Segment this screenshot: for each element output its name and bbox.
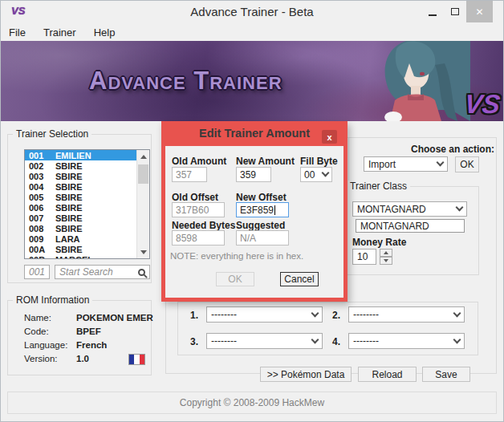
trainer-selection-label: Trainer Selection (13, 128, 91, 140)
close-icon: x (327, 132, 331, 142)
fill-byte-dropdown[interactable]: 00 (300, 167, 332, 182)
trainer-list-item[interactable]: 00BMARCEL (25, 254, 149, 259)
trainer-class-label: Trainer Class (347, 181, 410, 192)
close-button[interactable]: ✕ (466, 1, 493, 22)
trainer-name-input[interactable]: MONTAGNARD (356, 219, 465, 233)
trainer-index-field[interactable]: 001 (24, 265, 50, 279)
stepper-down-button[interactable] (380, 257, 392, 265)
pokemon-data-button[interactable]: >> Pokémon Data (260, 367, 352, 382)
dialog-title-bar: Edit Trainer Amount x (161, 121, 348, 146)
new-amount-label: New Amount (236, 156, 295, 167)
new-offset-input[interactable]: E3F859 (236, 202, 289, 217)
dialog-body: Old Amount New Amount Fill Byte 357 359 … (165, 146, 343, 298)
dialog-title: Edit Trainer Amount (161, 121, 348, 146)
trainer-class-dropdown[interactable]: MONTAGNARD (352, 201, 467, 217)
hex-note: NOTE: everything here is in hex. (170, 251, 303, 261)
save-button[interactable]: Save (422, 367, 470, 382)
action-ok-button[interactable]: OK (455, 156, 479, 172)
vs-logo: VS (463, 89, 502, 120)
rom-version-label: Version: (24, 354, 58, 363)
dialog-close-button[interactable]: x (322, 130, 337, 144)
money-rate-stepper (380, 249, 392, 265)
choose-action-label: Choose an action: (411, 144, 494, 155)
rom-name-value: POKEMON EMER (76, 313, 153, 323)
trainer-list-item[interactable]: 009LARA (25, 233, 149, 244)
menu-file[interactable]: File (9, 26, 26, 39)
needed-bytes-field: 8598 (172, 230, 225, 245)
trainer-list-item[interactable]: 006SBIRE (25, 202, 149, 213)
action-dropdown[interactable]: Import (364, 156, 448, 172)
app-window: VS Advance Trainer - Beta ✕ File Trainer… (0, 0, 504, 422)
suggested-field: N/A (236, 230, 289, 245)
scroll-up-button[interactable] (137, 150, 149, 163)
trainer-list[interactable]: 001EMILIEN 002SBIRE 003SBIRE 004SBIRE 00… (24, 149, 150, 259)
arrow-down-icon (384, 259, 388, 262)
trainer-selection-group: Trainer Selection 001EMILIEN 002SBIRE 00… (7, 134, 152, 283)
panel-divider (348, 137, 349, 186)
dialog-cancel-button[interactable]: Cancel (280, 272, 319, 286)
rom-code-label: Code: (24, 327, 49, 336)
banner: Advance Trainer VS (1, 41, 504, 121)
chevron-down-icon (437, 159, 445, 167)
slot-4-dropdown[interactable]: -------- (348, 333, 465, 349)
chevron-down-icon (311, 309, 319, 317)
scroll-down-icon (140, 250, 147, 254)
edit-trainer-amount-dialog: Edit Trainer Amount x Old Amount New Amo… (161, 121, 348, 302)
slot-3-dropdown[interactable]: -------- (206, 333, 323, 349)
slot-2-dropdown[interactable]: -------- (348, 306, 465, 323)
text-caret (274, 205, 275, 215)
trainer-list-item[interactable]: 008SBIRE (25, 223, 149, 233)
minimize-button[interactable] (421, 1, 444, 22)
needed-bytes-label: Needed Bytes (172, 220, 235, 231)
suggested-label: Suggested (236, 220, 285, 231)
reload-button[interactable]: Reload (358, 367, 417, 382)
scroll-down-button[interactable] (137, 245, 149, 258)
slot-2-label: 2. (332, 310, 340, 321)
search-input[interactable]: Start Search (55, 265, 150, 279)
pokemon-slots-group: 1. -------- 2. -------- 3. -------- 4. -… (177, 302, 478, 355)
scrollbar-thumb[interactable] (138, 164, 148, 184)
trainer-list-item[interactable]: 003SBIRE (25, 171, 149, 181)
trainer-list-item[interactable]: 005SBIRE (25, 192, 149, 202)
trainer-list-item[interactable]: 00ASBIRE (25, 244, 149, 254)
rom-version-value: 1.0 (76, 354, 89, 363)
slot-1-dropdown[interactable]: -------- (206, 306, 323, 323)
money-rate-label: Money Rate (352, 237, 406, 248)
search-icon (138, 269, 145, 276)
menu-bar: File Trainer Help (1, 23, 503, 41)
new-amount-input[interactable]: 359 (236, 167, 271, 182)
chevron-down-icon (453, 309, 461, 317)
trainer-list-item[interactable]: 004SBIRE (25, 181, 149, 192)
close-icon: ✕ (475, 6, 483, 18)
fill-byte-label: Fill Byte (300, 156, 338, 167)
maximize-button[interactable] (444, 1, 466, 22)
title-bar: VS Advance Trainer - Beta ✕ (1, 1, 503, 23)
slot-1-label: 1. (190, 310, 198, 321)
trainer-list-item-selected[interactable]: 001EMILIEN (25, 150, 149, 160)
menu-trainer[interactable]: Trainer (43, 26, 76, 39)
scroll-up-icon (140, 155, 147, 159)
trainer-list-item[interactable]: 007SBIRE (25, 213, 149, 223)
money-rate-input[interactable]: 10 (352, 249, 376, 265)
trainer-character-art (354, 41, 474, 121)
trainer-list-item[interactable]: 002SBIRE (25, 160, 149, 171)
list-scrollbar[interactable] (136, 150, 149, 258)
trainer-class-group: Trainer Class MONTAGNARD MONTAGNARD Mone… (341, 186, 479, 275)
arrow-up-icon (384, 251, 388, 254)
chevron-down-icon (311, 335, 319, 343)
french-flag-icon (128, 354, 145, 365)
dialog-ok-button[interactable]: OK (216, 272, 254, 286)
rom-language-value: French (76, 340, 107, 350)
rom-name-label: Name: (24, 313, 51, 323)
maximize-icon (451, 8, 459, 15)
rom-information-label: ROM Information (13, 294, 92, 306)
banner-title: Advance Trainer (89, 67, 282, 95)
slot-4-label: 4. (332, 336, 340, 347)
copyright-bar: Copyright © 2008-2009 HackMew (7, 392, 497, 414)
stepper-up-button[interactable] (380, 249, 392, 257)
old-offset-label: Old Offset (172, 192, 218, 203)
rom-language-label: Language: (24, 340, 67, 350)
menu-help[interactable]: Help (94, 26, 116, 39)
rom-information-group: ROM Information Name: POKEMON EMER Code:… (7, 300, 152, 375)
rom-code-value: BPEF (76, 327, 101, 336)
